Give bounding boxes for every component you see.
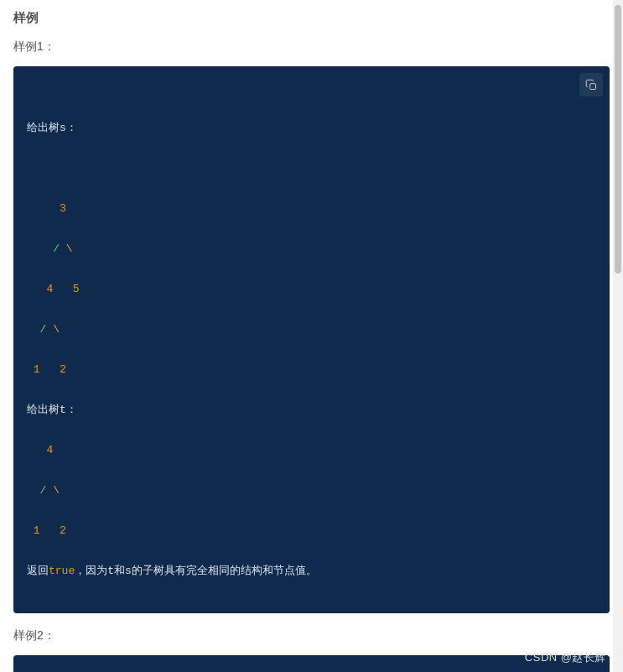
- example-2-code-block: 给出树s： 3 / \ 4 5 / \ 1 2 / 0 给出树t： 4 / \ …: [13, 655, 610, 672]
- tree-edge: /: [53, 242, 60, 255]
- tree-s-label: 给出树s：: [27, 122, 77, 134]
- example-1-title: 样例1：: [13, 39, 610, 55]
- svg-rect-0: [589, 83, 595, 89]
- tree-edge: \: [66, 242, 73, 255]
- tree-node: 4: [46, 444, 53, 456]
- copy-button[interactable]: [579, 73, 603, 96]
- tree-node: 3: [60, 202, 66, 215]
- example-1-code-block: 给出树s： 3 / \ 4 5 / \ 1 2 给出树t： 4 / \ 1 2 …: [13, 66, 610, 613]
- tree-edge: /: [40, 484, 47, 497]
- tree-edge: \: [53, 484, 60, 497]
- section-heading: 样例: [13, 10, 610, 26]
- return-suffix: ，因为t和s的子树具有完全相同的结构和节点值。: [75, 565, 317, 577]
- tree-node: 1: [34, 363, 40, 376]
- tree-edge: /: [40, 323, 47, 336]
- copy-icon: [585, 79, 598, 91]
- return-value: true: [49, 565, 75, 577]
- tree-edge: \: [53, 323, 60, 336]
- tree-node: 4: [46, 283, 53, 295]
- scrollbar-track[interactable]: [613, 0, 623, 672]
- tree-t-label: 给出树t：: [27, 404, 77, 416]
- tree-node: 1: [34, 524, 40, 537]
- tree-node: 2: [60, 363, 66, 376]
- example-2-title: 样例2：: [13, 628, 610, 643]
- return-prefix: 返回: [27, 565, 49, 577]
- scrollbar-thumb[interactable]: [615, 5, 621, 273]
- tree-node: 2: [60, 524, 66, 537]
- tree-node: 5: [73, 283, 80, 295]
